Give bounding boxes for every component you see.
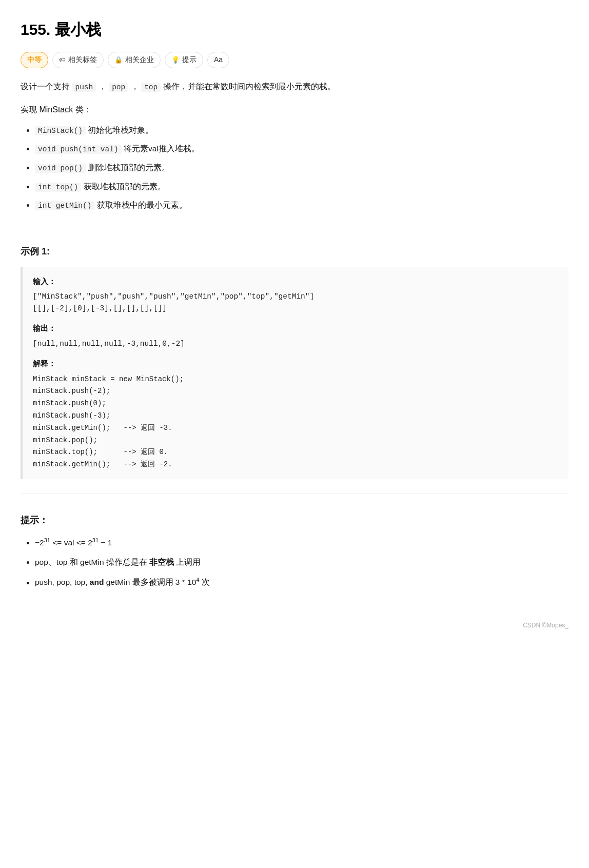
difficulty-tag[interactable]: 中等 (21, 52, 48, 68)
hints-section: 提示： −231 <= val <= 231 − 1 pop、top 和 get… (21, 512, 568, 589)
method-code-1: MinStack() (35, 126, 86, 135)
method-code-5: int getMin() (35, 201, 94, 210)
tag-labels[interactable]: 🏷 相关标签 (52, 52, 104, 68)
code-push: push (72, 83, 96, 92)
implement-text: 实现 MinStack 类： (21, 103, 568, 116)
hints-title: 提示： (21, 512, 568, 528)
hint-item-2: pop、top 和 getMin 操作总是在 非空栈 上调用 (35, 556, 568, 569)
tag-font-text: Aa (214, 54, 223, 66)
tag-hint-text: 提示 (182, 54, 197, 66)
output-value: [null,null,null,null,-3,null,0,-2] (33, 338, 558, 350)
bulb-icon: 💡 (171, 54, 180, 66)
description: 设计一个支持 push ， pop ， top 操作，并能在常数时间内检索到最小… (21, 80, 568, 94)
method-desc-5: 获取堆栈中的最小元素。 (97, 201, 187, 209)
code-top: top (141, 83, 161, 92)
tag-hint[interactable]: 💡 提示 (165, 52, 203, 68)
tag-labels-text: 相关标签 (68, 54, 97, 66)
method-desc-1: 初始化堆栈对象。 (88, 126, 153, 134)
input-label: 输入： (33, 275, 558, 288)
method-code-2: void push(int val) (35, 145, 122, 154)
example-section-title: 示例 1: (21, 244, 568, 260)
tag-font[interactable]: Aa (207, 52, 229, 68)
divider-1 (21, 227, 568, 227)
footer: CSDN ©Mopes_ (21, 620, 568, 630)
method-code-4: int top() (35, 183, 81, 192)
lock-icon: 🔒 (114, 54, 123, 66)
label-icon: 🏷 (59, 54, 66, 66)
output-label: 输出： (33, 322, 558, 335)
method-item-3: void pop() 删除堆栈顶部的元素。 (35, 161, 568, 175)
page-title: 155. 最小栈 (21, 16, 568, 43)
tag-company[interactable]: 🔒 相关企业 (108, 52, 161, 68)
input-line2: [[],[-2],[0],[-3],[],[],[],[]] (33, 303, 558, 314)
explain-label: 解释： (33, 357, 558, 370)
method-item-5: int getMin() 获取堆栈中的最小元素。 (35, 199, 568, 212)
method-item-1: MinStack() 初始化堆栈对象。 (35, 124, 568, 137)
method-item-4: int top() 获取堆栈顶部的元素。 (35, 180, 568, 194)
method-desc-2: 将元素val推入堆栈。 (124, 144, 200, 153)
code-pop: pop (109, 83, 128, 92)
methods-list: MinStack() 初始化堆栈对象。 void push(int val) 将… (21, 124, 568, 212)
method-code-3: void pop() (35, 164, 86, 173)
tag-company-text: 相关企业 (125, 54, 154, 66)
explain-code: MinStack minStack = new MinStack(); minS… (33, 373, 558, 471)
tags-row: 中等 🏷 相关标签 🔒 相关企业 💡 提示 Aa (21, 52, 568, 68)
hints-list: −231 <= val <= 231 − 1 pop、top 和 getMin … (21, 536, 568, 589)
divider-2 (21, 494, 568, 494)
method-desc-3: 删除堆栈顶部的元素。 (88, 163, 170, 172)
hint-item-1: −231 <= val <= 231 − 1 (35, 536, 568, 550)
input-line1: ["MinStack","push","push","push","getMin… (33, 291, 558, 303)
example-box: 输入： ["MinStack","push","push","push","ge… (21, 267, 568, 479)
hint-item-3: push, pop, top, and getMin 最多被调用 3 * 104… (35, 575, 568, 589)
method-desc-4: 获取堆栈顶部的元素。 (84, 182, 166, 191)
method-item-2: void push(int val) 将元素val推入堆栈。 (35, 142, 568, 156)
